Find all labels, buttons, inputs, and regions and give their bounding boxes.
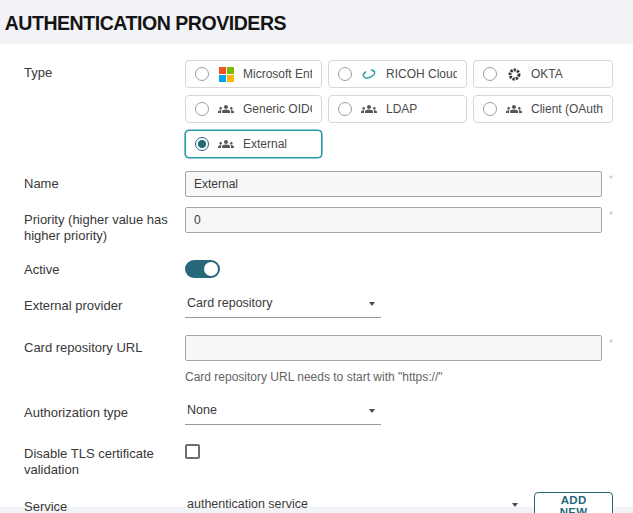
- radio-icon[interactable]: [195, 137, 209, 151]
- type-option-okta[interactable]: OKTA: [473, 60, 613, 88]
- type-option-external[interactable]: External: [185, 130, 322, 158]
- external-provider-row: External provider Card repository: [24, 293, 613, 318]
- page-title: AUTHENTICATION PROVIDERS: [0, 0, 589, 35]
- required-marker: *: [609, 173, 613, 185]
- card-repository-url-helper-text: Card repository URL needs to start with …: [185, 370, 613, 384]
- type-option-label: Microsoft Entra ID: [243, 67, 312, 81]
- group-icon: [218, 136, 234, 152]
- disable-tls-row: Disable TLS certificate validation: [24, 441, 613, 479]
- external-provider-select[interactable]: Card repository: [185, 293, 381, 318]
- type-option-client-oauth2[interactable]: Client (OAuth2): [473, 95, 613, 123]
- add-new-button[interactable]: ADD NEW: [534, 492, 613, 513]
- card-repository-url-input[interactable]: [185, 335, 602, 361]
- name-row: Name *: [24, 171, 613, 197]
- group-icon: [218, 101, 234, 117]
- type-option-label: Generic OIDC: [243, 102, 312, 116]
- service-select[interactable]: authentication service: [185, 494, 524, 513]
- name-label: Name: [24, 171, 185, 192]
- type-option-label: RICOH CloudStream: [386, 67, 457, 81]
- type-option-label: OKTA: [531, 67, 563, 81]
- type-row: Type Microsoft Entra ID: [24, 60, 613, 158]
- type-option-ricoh-cloudstream[interactable]: RICOH CloudStream: [328, 60, 467, 88]
- group-icon: [506, 101, 522, 117]
- okta-logo-icon: [506, 66, 522, 82]
- priority-input[interactable]: [185, 207, 602, 233]
- card-repository-url-label: Card repository URL: [24, 335, 185, 356]
- type-option-label: LDAP: [386, 102, 417, 116]
- card-repository-url-row: Card repository URL * Card repository UR…: [24, 335, 613, 384]
- chevron-down-icon: [369, 302, 375, 306]
- radio-icon[interactable]: [195, 102, 209, 116]
- type-option-ldap[interactable]: LDAP: [328, 95, 467, 123]
- type-option-microsoft-entra-id[interactable]: Microsoft Entra ID: [185, 60, 322, 88]
- type-label: Type: [24, 60, 185, 81]
- radio-icon[interactable]: [483, 67, 497, 81]
- priority-row: Priority (higher value has higher priori…: [24, 207, 613, 245]
- active-row: Active: [24, 257, 613, 278]
- required-marker: *: [609, 337, 613, 349]
- type-options-grid: Microsoft Entra ID RICOH CloudStream: [185, 60, 613, 158]
- radio-icon[interactable]: [483, 102, 497, 116]
- type-option-generic-oidc[interactable]: Generic OIDC: [185, 95, 322, 123]
- active-label: Active: [24, 257, 185, 278]
- active-toggle[interactable]: [185, 260, 220, 278]
- group-icon: [361, 101, 377, 117]
- service-row: Service authentication service ADD NEW: [24, 494, 613, 513]
- ricoh-cloudstream-icon: [361, 66, 377, 82]
- required-marker: *: [609, 209, 613, 221]
- radio-icon[interactable]: [338, 67, 352, 81]
- type-option-label: Client (OAuth2): [531, 102, 603, 116]
- priority-label: Priority (higher value has higher priori…: [24, 207, 185, 245]
- authorization-type-select[interactable]: None: [185, 400, 381, 425]
- external-provider-value: Card repository: [187, 296, 272, 310]
- service-label: Service: [24, 494, 185, 513]
- type-option-label: External: [243, 137, 287, 151]
- authorization-type-value: None: [187, 403, 217, 417]
- toggle-knob: [204, 262, 218, 276]
- disable-tls-checkbox[interactable]: [185, 444, 200, 459]
- name-input[interactable]: [185, 171, 602, 197]
- radio-icon[interactable]: [195, 67, 209, 81]
- chevron-down-icon: [369, 409, 375, 413]
- chevron-down-icon: [512, 503, 518, 507]
- service-value: authentication service: [187, 497, 308, 511]
- authorization-type-row: Authorization type None: [24, 400, 613, 425]
- radio-icon[interactable]: [338, 102, 352, 116]
- external-provider-label: External provider: [24, 293, 185, 314]
- disable-tls-label: Disable TLS certificate validation: [24, 441, 185, 479]
- authorization-type-label: Authorization type: [24, 400, 185, 421]
- auth-provider-form-panel: Type Microsoft Entra ID: [0, 44, 633, 507]
- microsoft-logo-icon: [218, 66, 234, 82]
